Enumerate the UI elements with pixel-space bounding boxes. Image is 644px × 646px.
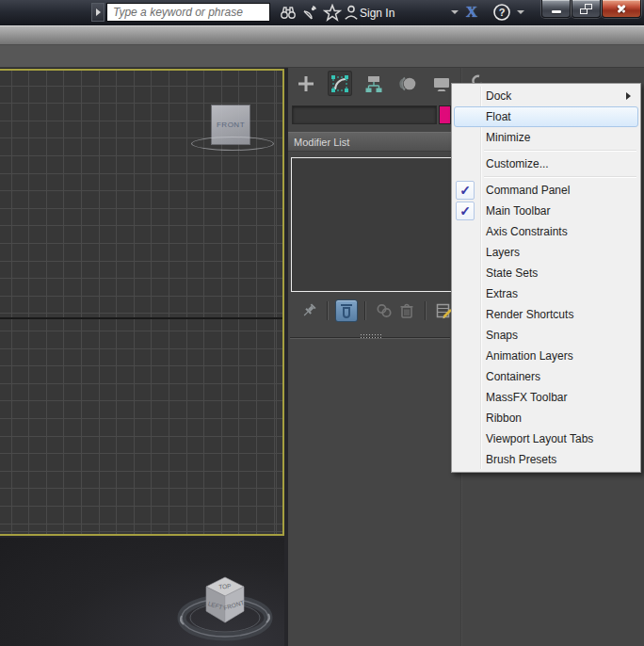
display-icon — [431, 73, 452, 94]
infocenter-search-input[interactable] — [106, 3, 270, 22]
modifier-list-dropdown[interactable]: Modifier List — [288, 132, 452, 152]
toolbar-separator — [327, 301, 329, 320]
viewport-perspective[interactable]: TOP LEFT FRONT — [0, 538, 284, 646]
object-name-field[interactable] — [292, 105, 437, 124]
object-color-swatch[interactable] — [439, 105, 451, 124]
menu-item-label: Float — [486, 110, 511, 123]
tab-modify[interactable] — [328, 71, 352, 96]
modifier-stack-list[interactable] — [291, 157, 456, 292]
tab-hierarchy[interactable] — [362, 71, 386, 96]
modifier-stack-toolbar — [298, 299, 456, 323]
submenu-arrow-icon — [626, 92, 631, 100]
menu-item-label: Minimize — [486, 131, 530, 144]
menu-item-massfx-toolbar[interactable]: MassFX Toolbar — [454, 387, 638, 408]
menu-item-animation-layers[interactable]: Animation Layers — [454, 346, 638, 366]
viewcube-front-label: FRONT — [217, 121, 245, 129]
modify-icon — [330, 73, 350, 94]
menu-item-customize[interactable]: Customize... — [454, 153, 638, 174]
splitter-grip[interactable] — [360, 333, 382, 340]
trash-icon — [397, 301, 416, 320]
minimize-icon — [552, 10, 561, 13]
motion-icon — [397, 73, 418, 94]
modifier-list-label: Modifier List — [294, 137, 349, 148]
menu-item-brush-presets[interactable]: Brush Presets — [454, 449, 638, 470]
menu-item-label: State Sets — [486, 266, 538, 280]
make-unique-button[interactable] — [373, 299, 395, 322]
sign-in-button[interactable]: Sign In — [360, 7, 394, 20]
hierarchy-icon — [363, 73, 384, 94]
restore-icon — [580, 4, 592, 14]
create-plus-icon — [296, 73, 316, 94]
menu-item-label: Extras — [486, 287, 518, 300]
menu-item-float[interactable]: Float — [454, 106, 638, 127]
menu-item-label: MassFX Toolbar — [486, 391, 567, 404]
minimize-button[interactable] — [541, 0, 571, 18]
pin-stack-button[interactable] — [298, 299, 320, 322]
menu-item-dock[interactable]: Dock — [454, 86, 638, 106]
titlebar: Sign In X ? — [0, 0, 644, 25]
main-toolbar-band — [0, 45, 644, 68]
menu-item-axis-constraints[interactable]: Axis Constraints — [454, 221, 638, 242]
menu-item-label: Render Shortcuts — [486, 308, 573, 321]
menu-item-label: Ribbon — [486, 412, 522, 425]
sign-in-caret-icon[interactable] — [451, 10, 459, 14]
viewcube-top-label: TOP — [218, 583, 232, 590]
checkmark-icon: ✓ — [456, 202, 475, 220]
quick-access-expand-button[interactable] — [91, 3, 105, 22]
menu-item-label: Containers — [486, 370, 540, 383]
favorites-star-icon[interactable] — [323, 3, 342, 22]
tab-motion[interactable] — [395, 71, 420, 96]
close-icon — [616, 3, 627, 14]
toolbar-separator — [425, 301, 427, 320]
menu-item-label: Axis Constraints — [486, 225, 568, 238]
menu-item-label: Customize... — [486, 157, 549, 170]
tab-create[interactable] — [294, 71, 318, 96]
menu-item-ribbon[interactable]: Ribbon — [454, 408, 638, 428]
exchange-apps-x-icon[interactable]: X — [460, 3, 483, 22]
viewcube-ring[interactable] — [191, 137, 274, 151]
window-controls — [540, 0, 641, 18]
menu-item-label: Snaps — [486, 329, 518, 342]
grid-origin-line — [0, 317, 282, 319]
pin-icon — [300, 302, 317, 319]
menu-item-render-shortcuts[interactable]: Render Shortcuts — [454, 304, 638, 325]
menu-item-main-toolbar[interactable]: ✓ Main Toolbar — [454, 201, 638, 221]
app-window: Sign In X ? FRONT — [0, 0, 644, 646]
menu-item-label: Main Toolbar — [486, 204, 550, 218]
user-icon[interactable] — [342, 3, 361, 22]
toolbar-context-menu: Dock Float Minimize Customize... ✓ Comma… — [451, 83, 641, 473]
remove-modifier-button[interactable] — [395, 299, 418, 322]
menu-item-label: Brush Presets — [486, 453, 556, 466]
menu-item-extras[interactable]: Extras — [454, 283, 638, 304]
help-caret-icon[interactable] — [517, 10, 524, 14]
communication-center-icon[interactable] — [301, 3, 320, 22]
menu-item-label: Layers — [486, 246, 520, 259]
make-unique-icon — [375, 301, 394, 320]
menu-item-state-sets[interactable]: State Sets — [454, 263, 638, 283]
show-end-result-toggle[interactable] — [335, 299, 358, 322]
menu-item-layers[interactable]: Layers — [454, 242, 638, 263]
menu-item-minimize[interactable]: Minimize — [454, 127, 638, 148]
help-question-icon[interactable]: ? — [492, 3, 511, 22]
checkmark-icon: ✓ — [456, 181, 475, 200]
menu-item-label: Viewport Layout Tabs — [486, 432, 593, 445]
menu-item-snaps[interactable]: Snaps — [454, 325, 638, 346]
menu-item-command-panel[interactable]: ✓ Command Panel — [454, 180, 638, 201]
menu-item-containers[interactable]: Containers — [454, 366, 638, 387]
menu-item-viewport-layout-tabs[interactable]: Viewport Layout Tabs — [454, 428, 638, 449]
binoculars-search-icon[interactable] — [279, 3, 298, 22]
viewcube-perspective[interactable]: TOP LEFT FRONT — [171, 566, 284, 646]
svg-text:?: ? — [499, 7, 506, 18]
restore-button[interactable] — [572, 0, 601, 18]
expand-arrow-icon — [96, 8, 101, 16]
viewport-front[interactable]: FRONT — [0, 69, 284, 536]
test-tube-icon — [341, 304, 352, 318]
menu-bar-band — [0, 25, 644, 45]
close-button[interactable] — [602, 0, 641, 18]
menu-item-label: Command Panel — [486, 184, 570, 197]
menu-item-label: Dock — [486, 89, 511, 103]
menu-item-label: Animation Layers — [486, 349, 573, 363]
toolbar-separator — [364, 301, 366, 320]
